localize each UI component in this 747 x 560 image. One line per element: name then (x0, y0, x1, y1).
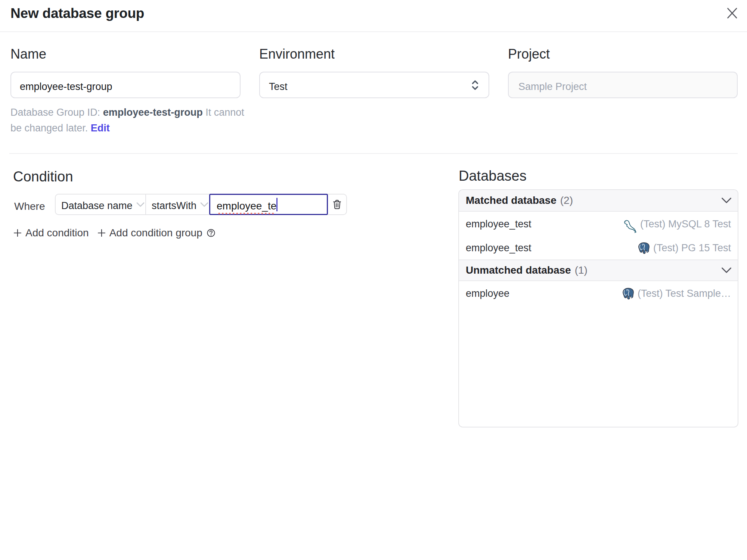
chevron-down-icon (200, 202, 208, 207)
add-condition-group-button[interactable]: Add condition group (98, 227, 202, 239)
databases-panel: Matched database (2) employee_test (458, 189, 738, 427)
group-id-value: employee-test-group (103, 107, 203, 118)
name-label: Name (10, 47, 241, 62)
help-icon[interactable] (207, 229, 215, 237)
where-label: Where (14, 200, 45, 212)
operator-select[interactable]: startsWith (146, 195, 209, 214)
chevron-up-down-icon (472, 79, 478, 91)
databases-heading: Databases (459, 168, 527, 184)
unmatched-database-header[interactable]: Unmatched database (1) (459, 259, 738, 281)
chevron-down-icon (721, 267, 732, 273)
environment-select-value: Test (260, 78, 288, 93)
add-condition-button[interactable]: Add condition (14, 227, 89, 239)
factor-select[interactable]: Database name (56, 195, 145, 214)
matched-database-header[interactable]: Matched database (2) (459, 190, 738, 212)
delete-condition-button[interactable] (328, 195, 346, 214)
environment-label: Environment (259, 47, 489, 62)
condition-actions: Add condition Add condition group (14, 227, 215, 239)
project-field: Project Sample Project (508, 47, 738, 62)
matched-database-label: Matched database (466, 195, 557, 206)
unmatched-database-count: (1) (575, 264, 588, 276)
header-divider (0, 31, 747, 32)
section-divider (9, 153, 738, 154)
database-instance: (Test) PG 15 Test (638, 242, 731, 254)
group-id-help: Database Group ID: employee-test-group I… (10, 105, 249, 136)
database-row[interactable]: employee (Test) Test Sample… (459, 281, 738, 305)
new-database-group-dialog: New database group Name employee-test-gr… (0, 0, 747, 560)
add-condition-group-label: Add condition group (109, 227, 202, 239)
database-name: employee (466, 288, 509, 299)
database-row[interactable]: employee_test (Test) MySQL 8 Test (459, 212, 738, 236)
database-instance-label: (Test) MySQL 8 Test (640, 218, 731, 230)
group-id-help-prefix: Database Group ID: (10, 107, 103, 118)
name-field: Name employee-test-group Database Group … (10, 47, 241, 62)
operator-select-value: startsWith (146, 197, 196, 212)
close-button[interactable] (726, 7, 738, 19)
matched-database-count: (2) (560, 195, 573, 206)
chevron-down-icon (136, 202, 145, 207)
database-instance-label: (Test) Test Sample… (638, 288, 731, 299)
database-instance-label: (Test) PG 15 Test (653, 242, 731, 254)
mysql-icon (624, 220, 636, 233)
project-input: Sample Project (508, 72, 738, 98)
project-label: Project (508, 47, 738, 62)
postgresql-icon (638, 242, 650, 254)
plus-icon (14, 229, 21, 237)
database-name: employee_test (466, 218, 531, 230)
chevron-down-icon (721, 197, 732, 203)
database-instance: (Test) MySQL 8 Test (624, 218, 731, 231)
database-instance: (Test) Test Sample… (623, 288, 731, 299)
trash-icon (332, 199, 342, 209)
environment-field: Environment Test (259, 47, 489, 62)
condition-value-text: employee_te (217, 197, 276, 212)
close-icon (726, 7, 738, 19)
condition-heading: Condition (13, 169, 73, 185)
condition-row: Database name startsWith employee_te (55, 194, 347, 215)
database-name: employee_test (466, 242, 531, 254)
add-condition-label: Add condition (25, 227, 89, 239)
postgresql-icon (623, 288, 634, 299)
plus-icon (98, 229, 105, 237)
dialog-title: New database group (10, 6, 144, 21)
text-caret (276, 198, 278, 211)
database-row[interactable]: employee_test (Test) PG 15 Test (459, 236, 738, 259)
condition-value-input[interactable]: employee_te (209, 194, 328, 215)
name-input-value: employee-test-group (11, 78, 112, 93)
factor-select-value: Database name (56, 197, 133, 212)
unmatched-database-label: Unmatched database (466, 264, 571, 276)
name-input[interactable]: employee-test-group (10, 72, 241, 98)
environment-select[interactable]: Test (259, 72, 489, 98)
project-input-value: Sample Project (509, 78, 587, 93)
edit-link[interactable]: Edit (91, 122, 110, 134)
